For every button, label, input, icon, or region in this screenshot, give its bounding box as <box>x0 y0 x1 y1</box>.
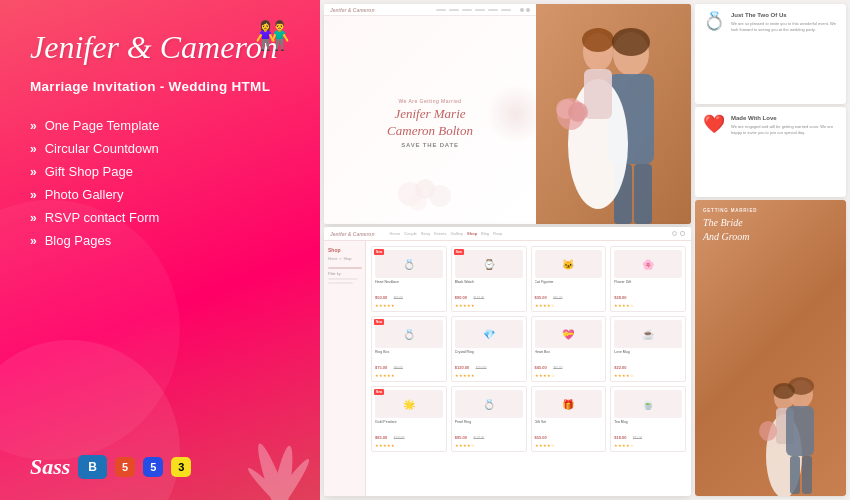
arrow-icon: » <box>30 142 37 156</box>
product-stars: ★★★★★ <box>375 373 443 378</box>
product-card[interactable]: 💝 Heart Box $45.00 $55.00 ★★★★☆ <box>531 316 607 382</box>
product-old-price: $55.00 <box>553 366 562 370</box>
product-badge: New <box>374 319 384 325</box>
features-list: » One Page Template » Circular Countdown… <box>30 114 290 252</box>
product-stars: ★★★★☆ <box>535 443 603 448</box>
about-title-2: Made With Love <box>731 115 838 121</box>
product-badge: New <box>374 389 384 395</box>
product-image: 💍 <box>455 390 523 418</box>
shop-title: Shop <box>328 247 361 253</box>
product-image: 💎 <box>455 320 523 348</box>
getting-married-text: We Are Getting Married <box>346 98 514 104</box>
feature-1: » One Page Template <box>30 114 290 137</box>
feature-5: » RSVP contact Form <box>30 206 290 229</box>
preview-area: Jenifer & Cameron <box>320 0 850 500</box>
svg-rect-27 <box>786 406 814 456</box>
product-card[interactable]: 🌟 New Gold Pendant $85.00 $100.00 ★★★★★ <box>371 386 447 452</box>
product-stars: ★★★★☆ <box>535 303 603 308</box>
product-image: 💍 <box>375 320 443 348</box>
product-old-price: $110.00 <box>473 296 484 300</box>
mini-nav-links <box>436 9 511 11</box>
product-old-price: $100.00 <box>394 436 405 440</box>
product-name: Heart Necklace <box>375 280 443 284</box>
product-name: Flower Gift <box>614 280 682 284</box>
mini-navbar: Jenifer & Cameron <box>324 4 536 16</box>
product-stars: ★★★★☆ <box>614 303 682 308</box>
shop-sidebar: Shop Home > Shop Filter by: <box>324 241 366 496</box>
svg-rect-29 <box>802 456 812 494</box>
product-old-price: $90.00 <box>394 366 403 370</box>
js-badge: 3 <box>171 457 191 477</box>
save-date-text: Save The Date <box>346 142 514 148</box>
product-card[interactable]: ⌚ New Black Watch $90.00 $110.00 ★★★★★ <box>451 246 527 312</box>
cart-icon[interactable] <box>680 231 685 236</box>
product-badge: New <box>374 249 384 255</box>
product-card[interactable]: 🐱 Cat Figurine $35.00 $45.00 ★★★★☆ <box>531 246 607 312</box>
wedding-text: We Are Getting Married Jenifer Marie Cam… <box>336 90 524 157</box>
wedding-left-content: Jenifer & Cameron <box>324 4 536 224</box>
product-image: ☕ <box>614 320 682 348</box>
svg-rect-15 <box>584 69 612 119</box>
product-card[interactable]: 🍵 Tea Mug $18.00 $25.00 ★★★★☆ <box>610 386 686 452</box>
product-name: Tea Mug <box>614 420 682 424</box>
product-image: 🌟 <box>375 390 443 418</box>
product-name: Crystal Ring <box>455 350 523 354</box>
about-desc-1: We are so pleased to invite you to this … <box>731 21 838 32</box>
product-old-price: $45.00 <box>553 296 562 300</box>
product-price: $18.00 <box>614 435 626 440</box>
tech-badges: Sass B 5 5 3 <box>30 446 290 480</box>
css3-badge: 5 <box>143 457 163 477</box>
product-name: Heart Box <box>535 350 603 354</box>
product-name: Cat Figurine <box>535 280 603 284</box>
nav-events: Events <box>434 231 446 236</box>
product-card[interactable]: ☕ Love Mug $22.00 ★★★★☆ <box>610 316 686 382</box>
nav-link <box>436 9 446 11</box>
feature-3: » Gift Shop Page <box>30 160 290 183</box>
arrow-icon: » <box>30 188 37 202</box>
shop-search-area <box>672 231 685 236</box>
crumb-shop: Shop <box>343 257 351 261</box>
about-card-1: 💍 Just The Two Of Us We are so pleased t… <box>695 4 846 104</box>
products-grid: 💍 New Heart Necklace $50.00 $65.00 ★★★★★… <box>366 241 691 496</box>
product-card[interactable]: 🌸 Flower Gift $28.00 ★★★★☆ <box>610 246 686 312</box>
product-image: 💍 <box>375 250 443 278</box>
product-card[interactable]: 💍 Pearl Ring $95.00 $120.00 ★★★★☆ <box>451 386 527 452</box>
product-image: ⌚ <box>455 250 523 278</box>
nav-icon <box>526 8 530 12</box>
product-pricing: $28.00 <box>614 285 682 303</box>
product-pricing: $18.00 $25.00 <box>614 425 682 443</box>
nav-shop: Shop <box>467 231 477 236</box>
svg-rect-12 <box>634 164 652 224</box>
couple-photo <box>536 4 691 224</box>
shop-page-preview: Jenifer & Cameron Home Couple Story Even… <box>324 227 691 496</box>
product-card[interactable]: 🎁 Gift Set $55.00 ★★★★☆ <box>531 386 607 452</box>
product-stars: ★★★★★ <box>455 303 523 308</box>
blog-couple-svg <box>746 366 846 496</box>
product-image: 🌸 <box>614 250 682 278</box>
product-pricing: $85.00 $100.00 <box>375 425 443 443</box>
crumb-sep: > <box>339 257 341 261</box>
product-stars: ★★★★☆ <box>614 443 682 448</box>
groom-name: Cameron Bolton <box>346 123 514 140</box>
svg-point-24 <box>773 383 795 399</box>
filter-bar <box>328 282 353 284</box>
nav-story: Story <box>421 231 430 236</box>
product-price: $50.00 <box>375 295 387 300</box>
heart-icon: ❤️ <box>703 115 725 189</box>
product-card[interactable]: 💍 New Ring Box $75.00 $90.00 ★★★★★ <box>371 316 447 382</box>
product-card[interactable]: 💍 New Heart Necklace $50.00 $65.00 ★★★★★ <box>371 246 447 312</box>
arrow-icon: » <box>30 211 37 225</box>
product-price: $75.00 <box>375 365 387 370</box>
shop-navbar: Jenifer & Cameron Home Couple Story Even… <box>324 227 691 241</box>
filter-label: Filter by: <box>328 272 361 276</box>
product-price: $55.00 <box>535 435 547 440</box>
feature-6: » Blog Pages <box>30 229 290 252</box>
wedding-page-preview: Jenifer & Cameron <box>324 4 691 224</box>
product-old-price: $120.00 <box>473 436 484 440</box>
nav-couple: Couple <box>404 231 417 236</box>
product-name: Ring Box <box>375 350 443 354</box>
search-icon[interactable] <box>672 231 677 236</box>
product-old-price: $150.00 <box>476 366 487 370</box>
product-pricing: $22.00 <box>614 355 682 373</box>
product-card[interactable]: 💎 Crystal Ring $120.00 $150.00 ★★★★★ <box>451 316 527 382</box>
